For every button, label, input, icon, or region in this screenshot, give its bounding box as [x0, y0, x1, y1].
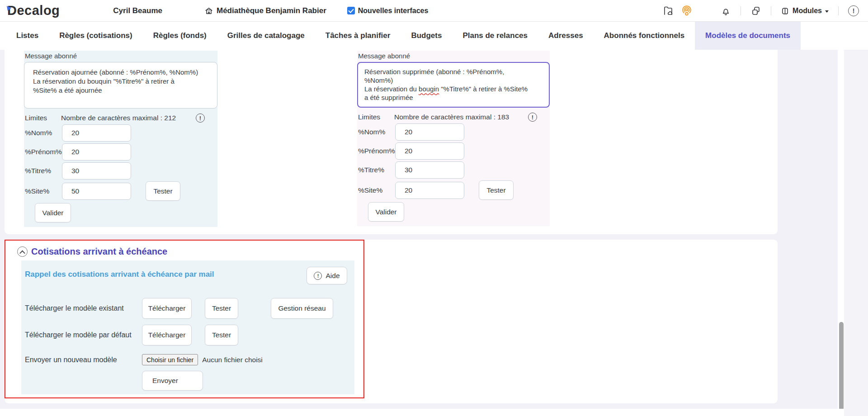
- modules-menu[interactable]: Modules: [781, 7, 829, 15]
- current-user-name: Cyril Beaume: [113, 6, 162, 15]
- tab-adresses[interactable]: Adresses: [538, 22, 594, 50]
- tester-defaut-button[interactable]: Tester: [205, 325, 238, 345]
- limits-label: Limites: [24, 114, 61, 122]
- checked-checkbox-icon[interactable]: [347, 7, 355, 14]
- decalog-logo[interactable]: Decalog: [7, 3, 60, 18]
- limit-field-row: %Prénom%: [357, 142, 550, 160]
- folder-cloud-icon[interactable]: [663, 5, 674, 16]
- header-divider: [838, 6, 839, 15]
- download-default-row: Télécharger le modèle par défaut Télécha…: [25, 325, 347, 345]
- new-interfaces-toggle[interactable]: Nouvelles interfaces: [347, 7, 429, 15]
- limit-input-nom[interactable]: [395, 123, 464, 141]
- gestion-reseau-button[interactable]: Gestion réseau: [271, 298, 333, 319]
- notifications-bell-icon[interactable]: [721, 6, 731, 16]
- limit-field-row: %Nom%: [357, 123, 550, 141]
- right-side-strip: [844, 51, 868, 416]
- rappel-cotisations-panel: Rappel des cotisations arrivant à échéan…: [21, 260, 354, 394]
- field-label-site: %Site%: [357, 186, 395, 194]
- tab-grilles-de-catalogage[interactable]: Grilles de catalogage: [217, 22, 315, 50]
- tester-button[interactable]: Tester: [146, 181, 180, 201]
- download-existing-row: Télécharger le modèle existant Télécharg…: [25, 298, 347, 319]
- limits-row: Limites Nombre de caractères maximal : 2…: [24, 113, 217, 123]
- tab-regles-fonds[interactable]: Règles (fonds): [143, 22, 217, 50]
- field-label-prenom: %Prénom%: [24, 148, 62, 156]
- limit-field-row: %Site% Tester: [357, 180, 550, 200]
- field-label-titre: %Titre%: [357, 166, 395, 174]
- message-abonne-label: Message abonné: [25, 52, 217, 60]
- copy-pages-icon[interactable]: [750, 5, 761, 16]
- info-icon: [314, 272, 322, 280]
- library-name: Médiathèque Benjamin Rabier: [217, 6, 326, 15]
- top-header: Decalog Cyril Beaume Médiathèque Benjami…: [0, 0, 868, 22]
- limit-field-row: %Nom%: [24, 124, 217, 142]
- bottom-scrollbar-track[interactable]: [0, 409, 844, 416]
- tab-modeles-de-documents[interactable]: Modèles de documents: [695, 22, 801, 50]
- upload-model-row: Envoyer un nouveau modèle Choisir un fic…: [25, 354, 347, 365]
- limit-field-row: %Prénom%: [24, 143, 217, 161]
- valider-button[interactable]: Valider: [35, 203, 71, 222]
- chevron-down-icon: [825, 10, 829, 13]
- limit-input-site[interactable]: [395, 182, 464, 199]
- header-divider: [771, 6, 771, 15]
- choose-file-button[interactable]: Choisir un fichier: [142, 354, 198, 365]
- field-label-nom: %Nom%: [357, 128, 395, 136]
- tab-budgets[interactable]: Budgets: [401, 22, 452, 50]
- message-templates-card: Message abonné Réservation ajournée (abo…: [5, 50, 778, 234]
- cotisations-card: Cotisations arrivant à échéance Rappel d…: [5, 240, 778, 403]
- app-screen: Decalog Cyril Beaume Médiathèque Benjami…: [0, 0, 868, 416]
- tab-abonnes-fonctionnels[interactable]: Abonnés fonctionnels: [594, 22, 695, 50]
- misspelled-word: bougin: [419, 85, 439, 93]
- limit-field-row: %Site% Tester: [24, 181, 217, 201]
- limit-input-nom[interactable]: [62, 124, 131, 142]
- tester-button[interactable]: Tester: [479, 180, 514, 200]
- current-library[interactable]: Médiathèque Benjamin Rabier: [204, 6, 326, 15]
- help-info-icon[interactable]: [848, 5, 859, 16]
- settings-tabbar: Listes Règles (cotisations) Règles (fond…: [0, 22, 868, 50]
- limits-info-icon[interactable]: [528, 113, 537, 122]
- header-divider: [741, 6, 741, 15]
- limits-row: Limites Nombre de caractères maximal : 1…: [357, 113, 550, 122]
- message-abonne-textarea[interactable]: Réservation ajournée (abonné : %Prénom%,…: [24, 62, 217, 109]
- row-label: Envoyer un nouveau modèle: [25, 356, 142, 364]
- aide-button[interactable]: Aide: [307, 267, 347, 284]
- envoyer-button[interactable]: Envoyer: [142, 371, 203, 391]
- aide-label: Aide: [326, 272, 340, 280]
- valider-button[interactable]: Valider: [368, 202, 404, 222]
- limit-field-row: %Titre%: [357, 161, 550, 179]
- tab-regles-cotisations[interactable]: Règles (cotisations): [49, 22, 143, 50]
- limit-input-prenom[interactable]: [62, 143, 131, 161]
- tab-listes[interactable]: Listes: [6, 22, 49, 50]
- row-label: Télécharger le modèle existant: [25, 304, 142, 312]
- message-abonne-textarea-focused[interactable]: Réservation supprimée (abonné : %Prénom%…: [357, 62, 550, 108]
- field-label-nom: %Nom%: [24, 129, 62, 137]
- header-actions: Modules: [663, 0, 868, 22]
- reservation-ajournee-panel: Message abonné Réservation ajournée (abo…: [24, 51, 217, 227]
- max-chars-label: Nombre de caractères maximal : 212: [61, 114, 176, 122]
- limit-input-titre[interactable]: [395, 161, 464, 179]
- file-status-text: Aucun fichier choisi: [202, 356, 263, 364]
- modules-label: Modules: [793, 7, 822, 15]
- library-icon: [204, 6, 213, 15]
- max-chars-label: Nombre de caractères maximal : 183: [394, 113, 509, 121]
- limits-label: Limites: [357, 113, 394, 121]
- limit-field-row: %Titre%: [24, 162, 217, 180]
- telecharger-existant-button[interactable]: Télécharger: [142, 298, 192, 319]
- limits-info-icon[interactable]: [196, 113, 205, 123]
- subpanel-title: Rappel des cotisations arrivant à échéan…: [25, 270, 214, 279]
- tab-plans-de-relances[interactable]: Plans de relances: [452, 22, 538, 50]
- tester-existant-button[interactable]: Tester: [205, 298, 238, 319]
- limit-input-prenom[interactable]: [395, 142, 464, 160]
- vertical-scrollbar-thumb[interactable]: [839, 322, 844, 414]
- cotisations-section-header: Cotisations arrivant à échéance: [17, 246, 167, 257]
- tab-taches-a-planifier[interactable]: Tâches à planifier: [315, 22, 401, 50]
- limit-input-titre[interactable]: [62, 162, 131, 180]
- field-label-prenom: %Prénom%: [357, 147, 395, 155]
- audio-assist-icon[interactable]: [681, 5, 693, 17]
- subpanel-header: Rappel des cotisations arrivant à échéan…: [25, 267, 347, 284]
- message-text: Réservation ajournée (abonné : %Prénom%,…: [33, 68, 198, 94]
- limit-input-site[interactable]: [62, 183, 131, 200]
- telecharger-defaut-button[interactable]: Télécharger: [142, 325, 192, 345]
- collapse-chevron-up-icon[interactable]: [17, 246, 28, 257]
- section-title: Cotisations arrivant à échéance: [31, 246, 167, 257]
- send-row: Envoyer: [25, 371, 347, 391]
